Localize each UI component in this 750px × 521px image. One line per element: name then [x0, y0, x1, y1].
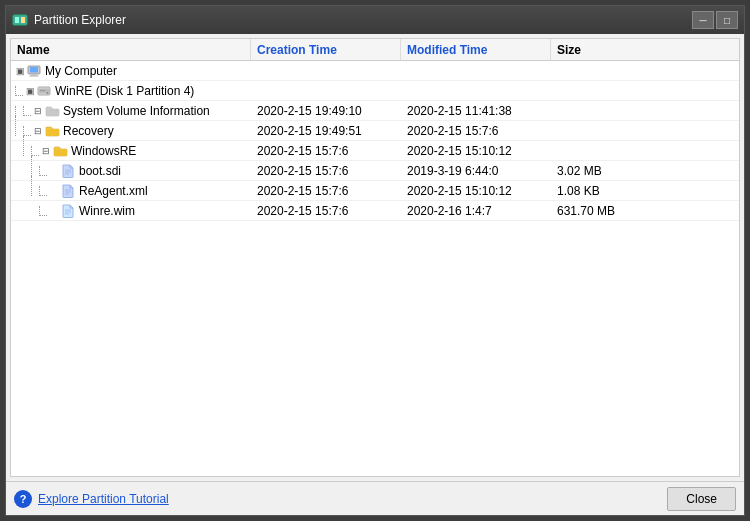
table-row[interactable]: ⊟ boot.sdi 2020-2-15 15:7:6 2019-3-19 6:… — [11, 161, 739, 181]
expand-icon[interactable]: ▣ — [15, 66, 25, 76]
table-row[interactable]: ⊟ Recovery 2020-2-15 19:49:51 2020-2-15 … — [11, 121, 739, 141]
svg-rect-10 — [40, 90, 45, 91]
tree-node-name: ⊟ boot.sdi — [11, 164, 251, 178]
folder-icon — [52, 144, 68, 158]
svg-rect-4 — [30, 67, 38, 73]
col-header-size: Size — [551, 39, 739, 60]
row-label: Winre.wim — [79, 204, 135, 218]
column-headers: Name Creation Time Modified Time Size — [11, 39, 739, 61]
expand-icon[interactable]: ⊟ — [33, 126, 43, 136]
row-modified: 2020-2-15 15:10:12 — [401, 184, 551, 198]
file-tree: ▣ My Computer — [11, 61, 739, 476]
tree-node-name: ⊟ WindowsRE — [11, 144, 251, 158]
folder-special-icon — [44, 104, 60, 118]
table-row[interactable]: ⊟ ReAgent.xml 2020-2-15 15:7:6 2020-2-15… — [11, 181, 739, 201]
drive-icon — [36, 84, 52, 98]
file-icon — [60, 164, 76, 178]
row-size: 1.08 KB — [551, 184, 739, 198]
row-label: System Volume Information — [63, 104, 210, 118]
tree-node-name: ▣ My Computer — [11, 64, 251, 78]
expand-icon[interactable]: ⊟ — [33, 106, 43, 116]
tutorial-link[interactable]: Explore Partition Tutorial — [38, 492, 169, 506]
col-header-modified: Modified Time — [401, 39, 551, 60]
file-explorer-panel: Name Creation Time Modified Time Size ▣ — [10, 38, 740, 477]
close-button[interactable]: Close — [667, 487, 736, 511]
computer-icon — [26, 64, 42, 78]
table-row[interactable]: ⊟ WindowsRE 2020-2-15 15:7:6 2020-2-15 1… — [11, 141, 739, 161]
row-label: WindowsRE — [71, 144, 136, 158]
table-row[interactable]: ▣ My Computer — [11, 61, 739, 81]
partition-explorer-window: Partition Explorer ─ □ Name Creation Tim… — [5, 5, 745, 516]
svg-point-9 — [47, 92, 49, 94]
svg-rect-6 — [30, 75, 39, 76]
tree-node-name: ⊟ Winre.wim — [11, 204, 251, 218]
row-size: 631.70 MB — [551, 204, 739, 218]
row-modified: 2020-2-16 1:4:7 — [401, 204, 551, 218]
table-row[interactable]: ⊟ System Volume Information 2020-2-15 19… — [11, 101, 739, 121]
row-creation: 2020-2-15 15:7:6 — [251, 144, 401, 158]
tree-node-name: ⊟ Recovery — [11, 124, 251, 138]
folder-icon — [44, 124, 60, 138]
table-row[interactable]: ⊟ Winre.wim 2020-2-15 15:7:6 2020-2-16 1… — [11, 201, 739, 221]
file-wim-icon — [60, 204, 76, 218]
row-size: 3.02 MB — [551, 164, 739, 178]
row-label: ReAgent.xml — [79, 184, 148, 198]
svg-rect-12 — [46, 129, 59, 136]
expand-icon[interactable]: ⊟ — [41, 146, 51, 156]
svg-rect-1 — [15, 17, 19, 23]
row-creation: 2020-2-15 15:7:6 — [251, 184, 401, 198]
row-label: My Computer — [45, 64, 117, 78]
tree-node-name: ⊟ System Volume Information — [11, 104, 251, 118]
row-modified: 2020-2-15 15:7:6 — [401, 124, 551, 138]
col-header-creation: Creation Time — [251, 39, 401, 60]
row-creation: 2020-2-15 19:49:51 — [251, 124, 401, 138]
footer-left: ? Explore Partition Tutorial — [14, 490, 169, 508]
help-label: ? — [20, 493, 27, 505]
row-creation: 2020-2-15 19:49:10 — [251, 104, 401, 118]
row-creation: 2020-2-15 15:7:6 — [251, 204, 401, 218]
svg-rect-13 — [54, 149, 67, 156]
footer-bar: ? Explore Partition Tutorial Close — [6, 481, 744, 515]
help-icon[interactable]: ? — [14, 490, 32, 508]
window-title: Partition Explorer — [34, 13, 692, 27]
file-icon — [60, 184, 76, 198]
col-header-name: Name — [11, 39, 251, 60]
restore-button[interactable]: □ — [716, 11, 738, 29]
row-label: WinRE (Disk 1 Partition 4) — [55, 84, 194, 98]
tree-node-name: ▣ WinRE (Disk 1 Partition 4) — [11, 84, 251, 98]
tree-node-name: ⊟ ReAgent.xml — [11, 184, 251, 198]
titlebar: Partition Explorer ─ □ — [6, 6, 744, 34]
row-label: boot.sdi — [79, 164, 121, 178]
row-modified: 2020-2-15 11:41:38 — [401, 104, 551, 118]
table-row[interactable]: ▣ WinRE (Disk 1 Partition 4) — [11, 81, 739, 101]
svg-rect-2 — [21, 17, 25, 23]
row-modified: 2020-2-15 15:10:12 — [401, 144, 551, 158]
app-icon — [12, 12, 28, 28]
window-controls: ─ □ — [692, 11, 738, 29]
expand-icon[interactable]: ▣ — [25, 86, 35, 96]
row-modified: 2019-3-19 6:44:0 — [401, 164, 551, 178]
row-creation: 2020-2-15 15:7:6 — [251, 164, 401, 178]
svg-rect-11 — [46, 109, 59, 116]
minimize-button[interactable]: ─ — [692, 11, 714, 29]
svg-rect-5 — [31, 74, 37, 75]
row-label: Recovery — [63, 124, 114, 138]
